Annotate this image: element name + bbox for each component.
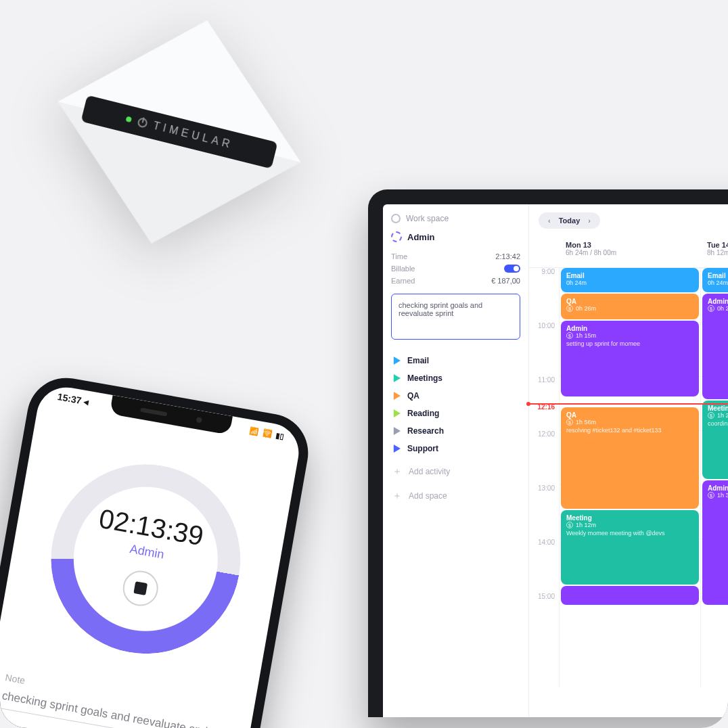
calendar-event[interactable]: Admin$0h 27m xyxy=(702,294,728,399)
event-duration: 0h 27m xyxy=(717,305,728,312)
play-icon xyxy=(392,374,401,382)
hour-label: 15:00 xyxy=(538,593,555,600)
power-icon xyxy=(137,117,148,129)
calendar-event[interactable]: Email0h 24m xyxy=(702,268,728,292)
billable-icon: $ xyxy=(708,492,714,499)
day-name: Tue 14 xyxy=(707,241,728,249)
hour-label: 9:00 xyxy=(542,268,555,275)
timer-dial: 02:13:39 Admin xyxy=(36,449,255,668)
timer-value: 02:13:39 xyxy=(97,503,206,551)
event-duration: 0h 24m xyxy=(566,279,587,286)
play-icon xyxy=(392,392,401,400)
event-title: Email xyxy=(708,272,728,279)
activity-label: Support xyxy=(407,444,438,453)
note-textarea[interactable]: checking sprint goals and reevaluate spr… xyxy=(391,294,520,340)
event-title: QA xyxy=(566,411,693,419)
plus-icon: ＋ xyxy=(392,490,402,502)
event-title: QA xyxy=(566,298,693,305)
laptop-device: Work space Admin Time 2:13:42 Billable E… xyxy=(368,189,728,717)
today-picker[interactable]: ‹ Today › xyxy=(539,212,600,229)
day-column-mon[interactable]: Email0h 24mQA$0h 26mAdmin$1h 15msetting … xyxy=(559,268,700,687)
activity-item[interactable]: Email xyxy=(391,352,520,369)
calendar-event[interactable]: Meeting$1h 20mcoordination @frontend xyxy=(702,401,728,479)
day-sub: 6h 24m / 8h 00m xyxy=(566,249,693,256)
billable-icon: $ xyxy=(566,522,573,528)
phone-device: 15:37 ◂ 📶 🛜 ▮▯ 02:13:39 Admin Note check… xyxy=(0,371,315,728)
calendar-event[interactable] xyxy=(561,586,699,605)
power-led-icon xyxy=(125,116,132,122)
workspace-title: Work space xyxy=(406,214,449,223)
day-sub: 8h 12m / 8 xyxy=(707,249,728,256)
activity-label: Email xyxy=(407,356,429,365)
sidebar: Work space Admin Time 2:13:42 Billable E… xyxy=(383,204,528,717)
calendar-event[interactable]: Meeting$1h 12mWeekly momee meeting with … xyxy=(561,510,699,585)
current-activity-name: Admin xyxy=(407,232,434,242)
timer-activity[interactable]: Admin xyxy=(129,542,165,562)
event-title: Email xyxy=(566,272,693,279)
activity-stats: Time 2:13:42 Billable Earned € 187,00 xyxy=(391,250,520,287)
day-column-tue[interactable]: Email0h 24mAdmin$0h 27mMeeting$1h 20mcoo… xyxy=(700,268,728,687)
billable-icon: $ xyxy=(708,412,714,419)
activity-item[interactable]: QA xyxy=(391,387,520,405)
stop-button[interactable] xyxy=(120,568,161,608)
time-value: 2:13:42 xyxy=(495,252,520,260)
gear-icon xyxy=(391,214,401,223)
day-header-mon[interactable]: Mon 13 6h 24m / 8h 00m xyxy=(559,237,700,267)
earned-label: Earned xyxy=(391,277,415,285)
add-activity-button[interactable]: ＋ Add activity xyxy=(391,461,520,482)
calendar-event[interactable]: Admin$1h 34m xyxy=(702,480,728,605)
calendar-event[interactable]: Admin$1h 15msetting up sprint for momee xyxy=(561,321,699,396)
billable-icon: $ xyxy=(566,332,573,339)
billable-icon: $ xyxy=(566,419,573,426)
phone-screen: 15:37 ◂ 📶 🛜 ▮▯ 02:13:39 Admin Note check… xyxy=(0,383,303,728)
event-desc: Weekly momee meeting with @devs xyxy=(566,530,693,537)
hour-label: 12:00 xyxy=(538,430,555,438)
chevron-right-icon[interactable]: › xyxy=(588,217,591,225)
app-window: Work space Admin Time 2:13:42 Billable E… xyxy=(383,204,728,717)
calendar-event[interactable]: QA$0h 26m xyxy=(561,294,699,319)
event-duration: 1h 12m xyxy=(576,522,596,528)
current-activity[interactable]: Admin xyxy=(391,231,520,242)
signal-icon: 📶 xyxy=(249,426,260,436)
tracker-device: TIMEULAR xyxy=(28,0,332,283)
add-space-button[interactable]: ＋ Add space xyxy=(391,486,520,506)
activity-label: QA xyxy=(407,391,419,401)
event-duration: 0h 24m xyxy=(708,279,728,286)
workspace-header[interactable]: Work space xyxy=(391,214,520,223)
calendar-event[interactable]: QA$1h 56mresolving #ticket132 and #ticke… xyxy=(561,407,699,509)
hour-label: 10:00 xyxy=(538,322,555,329)
billable-toggle[interactable] xyxy=(504,265,520,273)
chevron-left-icon[interactable]: ‹ xyxy=(548,217,551,225)
calendar-event[interactable]: Email0h 24m xyxy=(561,268,699,292)
day-header-tue[interactable]: Tue 14 8h 12m / 8 xyxy=(700,237,728,267)
battery-icon: ▮▯ xyxy=(275,431,285,441)
event-duration: 1h 15m xyxy=(576,332,596,339)
add-activity-label: Add activity xyxy=(409,467,450,476)
phone-notch xyxy=(110,395,233,435)
running-timer-icon xyxy=(391,231,402,242)
activity-item[interactable]: Support xyxy=(391,440,520,457)
time-label: Time xyxy=(391,252,407,260)
event-title: Meeting xyxy=(566,514,693,522)
event-duration: 1h 56m xyxy=(576,419,596,426)
billable-icon: $ xyxy=(708,305,714,312)
add-space-label: Add space xyxy=(409,491,447,501)
stop-icon xyxy=(133,581,147,595)
today-label: Today xyxy=(559,217,581,225)
calendar: ‹ Today › Mon 13 6h 24m / 8h 00m Tue 14 … xyxy=(528,204,728,717)
activity-item[interactable]: Meetings xyxy=(391,369,520,387)
phone-clock: 15:37 ◂ xyxy=(57,391,90,407)
day-name: Mon 13 xyxy=(566,241,693,249)
hour-label: 13:00 xyxy=(538,484,555,492)
activity-label: Meetings xyxy=(407,373,442,383)
activity-item[interactable]: Research xyxy=(391,422,520,440)
event-duration: 1h 20m xyxy=(717,412,728,419)
activity-label: Reading xyxy=(407,409,439,418)
event-title: Admin xyxy=(566,325,693,332)
event-title: Admin xyxy=(708,484,728,492)
current-time-line xyxy=(529,403,728,405)
event-desc: resolving #ticket132 and #ticket133 xyxy=(566,427,693,434)
earned-value: € 187,00 xyxy=(491,277,520,285)
hour-label: 14:00 xyxy=(538,539,555,546)
activity-item[interactable]: Reading xyxy=(391,405,520,422)
